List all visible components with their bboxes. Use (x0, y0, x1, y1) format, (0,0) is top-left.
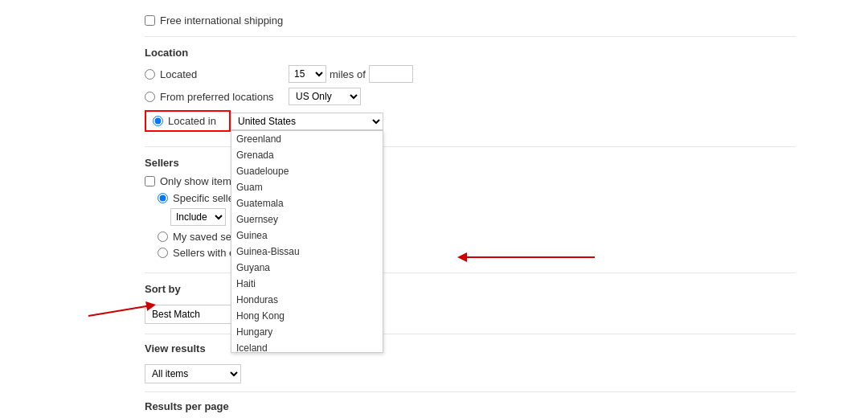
miles-input[interactable] (369, 65, 413, 83)
dropdown-item-hungary[interactable]: Hungary (231, 324, 383, 340)
include-select[interactable]: Include Exclude (170, 208, 226, 226)
specific-sellers-radio[interactable] (158, 193, 168, 203)
location-title: Location (145, 47, 796, 59)
located-in-box: Located in (145, 110, 231, 132)
results-title: Results per page (145, 400, 796, 412)
dropdown-item-guam[interactable]: Guam (231, 179, 383, 195)
located-row: Located 15 25 50 100 miles of (145, 65, 796, 83)
dropdown-item-guinea-bissau[interactable]: Guinea-Bissau (231, 244, 383, 260)
country-select[interactable]: United States (231, 113, 383, 130)
miles-select[interactable]: 15 25 50 100 (289, 65, 326, 83)
dropdown-item-greenland[interactable]: Greenland (231, 131, 383, 147)
from-preferred-row: From preferred locations US Only Worldwi… (145, 88, 796, 105)
location-section: Location Located 15 25 50 100 miles of (145, 37, 796, 147)
results-section: Results per page 25 50 100 200 (145, 392, 796, 418)
dropdown-item-guyana[interactable]: Guyana (231, 260, 383, 276)
from-preferred-label: From preferred locations (160, 91, 289, 103)
free-shipping-row: Free international shipping (145, 8, 796, 37)
from-preferred-radio[interactable] (145, 92, 155, 102)
dropdown-item-iceland[interactable]: Iceland (231, 340, 383, 352)
content-area: Free international shipping Location Loc… (129, 8, 812, 418)
located-in-row: Located in United States Greenland Grena… (145, 110, 796, 132)
dropdown-item-guinea[interactable]: Guinea (231, 227, 383, 244)
located-in-radio[interactable] (153, 116, 163, 126)
located-in-label: Located in (168, 115, 216, 127)
view-select[interactable]: All items Completed listings Sold listin… (145, 364, 241, 383)
dropdown-item-guernsey[interactable]: Guernsey (231, 211, 383, 227)
free-shipping-label: Free international shipping (160, 14, 283, 27)
dropdown-item-honduras[interactable]: Honduras (231, 292, 383, 308)
dropdown-list-inner[interactable]: Greenland Grenada Guadeloupe Guam Guatem… (231, 131, 383, 352)
dropdown-item-guatemala[interactable]: Guatemala (231, 195, 383, 211)
page-container: Free international shipping Location Loc… (0, 0, 868, 418)
dropdown-item-hong-kong[interactable]: Hong Kong (231, 308, 383, 324)
miles-of-text: miles of (330, 68, 366, 80)
my-saved-radio[interactable] (158, 232, 168, 242)
located-label: Located (160, 68, 289, 80)
country-dropdown-list: Greenland Grenada Guadeloupe Guam Guatem… (231, 130, 383, 353)
us-only-select[interactable]: US Only Worldwide (289, 88, 361, 105)
dropdown-item-grenada[interactable]: Grenada (231, 147, 383, 163)
only-show-checkbox[interactable] (145, 176, 155, 186)
free-shipping-checkbox[interactable] (145, 15, 155, 26)
miles-container: 15 25 50 100 miles of (289, 65, 413, 83)
ebay-stores-radio[interactable] (158, 248, 168, 258)
country-select-wrapper: United States Greenland Grenada Guadelou… (231, 113, 383, 130)
dropdown-item-guadeloupe[interactable]: Guadeloupe (231, 163, 383, 179)
located-radio[interactable] (145, 69, 155, 80)
dropdown-item-haiti[interactable]: Haiti (231, 276, 383, 292)
svg-line-3 (88, 305, 151, 316)
